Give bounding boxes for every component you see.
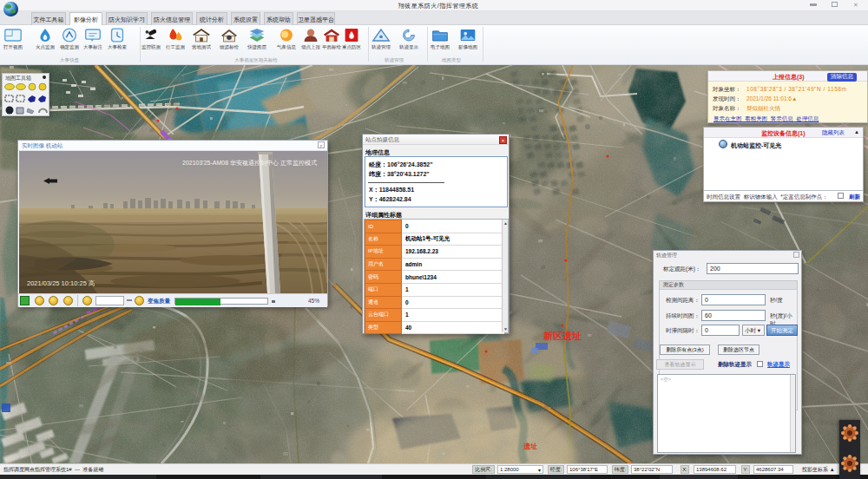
- svg-text:遗址: 遗址: [523, 443, 537, 450]
- svg-text:202103'25-AM08 华安视通控制中心 正常监控模式: 202103'25-AM08 华安视通控制中心 正常监控模式: [182, 159, 317, 167]
- svg-text:新区遗址: 新区遗址: [542, 331, 582, 341]
- svg-text:2021/03/25 10:10:25 高: 2021/03/25 10:10:25 高: [27, 279, 95, 287]
